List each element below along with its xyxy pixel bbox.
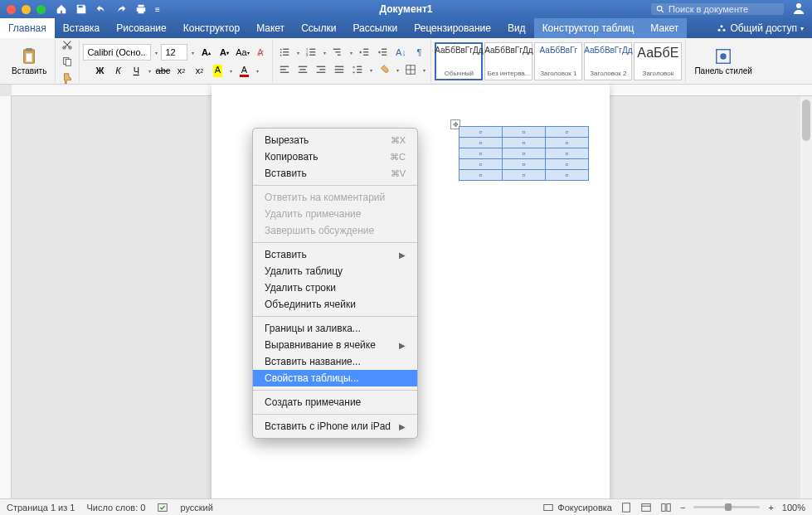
redo-icon[interactable] [115, 3, 127, 15]
style-item-3[interactable]: АаБбВвГгДдЗаголовок 2 [584, 42, 632, 80]
format-painter-button[interactable] [59, 71, 75, 85]
grow-font-button[interactable]: A▴ [197, 45, 214, 60]
context-item-14[interactable]: Выравнивание в ячейке▶ [253, 337, 417, 353]
table-cell[interactable]: ¤ [546, 170, 589, 181]
subscript-button[interactable]: x2 [173, 63, 189, 78]
print-layout-button[interactable] [620, 502, 632, 513]
vertical-scrollbar[interactable] [800, 96, 812, 498]
style-item-0[interactable]: АаБбВвГгДдОбычный [435, 42, 483, 80]
table-cell[interactable]: ¤ [503, 127, 546, 138]
table-cell[interactable]: ¤ [503, 138, 546, 148]
bold-button[interactable]: Ж [91, 63, 108, 78]
print-icon[interactable] [135, 3, 147, 15]
context-item-20[interactable]: Вставить с iPhone или iPad▶ [253, 418, 417, 435]
multilevel-button[interactable] [329, 45, 346, 60]
table-cell[interactable]: ¤ [546, 127, 589, 138]
align-left-button[interactable] [276, 62, 293, 77]
context-item-8[interactable]: Вставить▶ [253, 246, 417, 263]
table-cell[interactable]: ¤ [459, 170, 503, 181]
borders-button[interactable] [402, 62, 419, 77]
vertical-ruler[interactable] [0, 96, 12, 498]
change-case-button[interactable]: Aa▾ [234, 45, 250, 60]
clear-formatting-button[interactable]: A̷ [252, 45, 269, 60]
justify-button[interactable] [331, 62, 348, 77]
shading-button[interactable] [376, 62, 392, 77]
outline-view-button[interactable] [660, 502, 672, 513]
numbering-button[interactable]: 123 [303, 45, 319, 60]
context-item-10[interactable]: Удалить строки [253, 279, 417, 296]
styles-pane-button[interactable]: Панель стилей [689, 46, 756, 77]
font-dropdown-icon[interactable]: ▾ [153, 45, 159, 60]
table-cell[interactable]: ¤ [503, 148, 546, 159]
context-item-0[interactable]: Вырезать⌘X [253, 132, 417, 148]
align-center-button[interactable] [294, 62, 311, 77]
tab-8[interactable]: Вид [499, 18, 534, 38]
tab-3[interactable]: Конструктор [175, 18, 248, 38]
cut-button[interactable] [59, 38, 75, 51]
language-indicator[interactable]: русский [180, 503, 212, 513]
qat-customize-icon[interactable]: ≡ [155, 5, 160, 14]
zoom-in-button[interactable]: + [768, 503, 773, 513]
zoom-slider[interactable] [693, 506, 760, 508]
word-count[interactable]: Число слов: 0 [86, 503, 145, 513]
underline-button[interactable]: Ч [128, 63, 144, 78]
align-right-button[interactable] [313, 62, 329, 77]
paste-button[interactable]: Вставить [7, 46, 51, 77]
table-cell[interactable]: ¤ [459, 127, 503, 138]
undo-icon[interactable] [95, 3, 107, 15]
context-item-15[interactable]: Вставить название... [253, 353, 417, 370]
line-spacing-button[interactable] [349, 62, 366, 77]
table-cell[interactable]: ¤ [459, 138, 503, 148]
context-item-9[interactable]: Удалить таблицу [253, 263, 417, 279]
maximize-window-button[interactable] [36, 5, 46, 14]
table-cell[interactable]: ¤ [546, 138, 589, 148]
strikethrough-button[interactable]: abc [154, 63, 171, 78]
italic-button[interactable]: К [109, 63, 126, 78]
table-cell[interactable]: ¤ [459, 159, 503, 170]
table-cell[interactable]: ¤ [459, 148, 503, 159]
show-marks-button[interactable]: ¶ [411, 45, 427, 60]
copy-button[interactable] [59, 55, 75, 68]
font-size-select[interactable] [161, 44, 187, 61]
tab-9[interactable]: Конструктор таблиц [534, 18, 643, 38]
table-cell[interactable]: ¤ [546, 148, 589, 159]
table-cell[interactable]: ¤ [503, 159, 546, 170]
context-item-13[interactable]: Границы и заливка... [253, 320, 417, 337]
search-input[interactable]: Поиск в документе [651, 3, 784, 15]
page-indicator[interactable]: Страница 1 из 1 [7, 503, 75, 513]
tab-1[interactable]: Вставка [55, 18, 109, 38]
table-cell[interactable]: ¤ [503, 170, 546, 181]
close-window-button[interactable] [7, 5, 16, 14]
bullets-button[interactable] [276, 45, 293, 60]
share-button[interactable]: Общий доступ ▾ [708, 18, 812, 38]
context-item-11[interactable]: Объединить ячейки [253, 296, 417, 313]
tab-5[interactable]: Ссылки [293, 18, 344, 38]
style-item-4[interactable]: АаБбЕЗаголовок [634, 42, 682, 80]
shrink-font-button[interactable]: A▾ [216, 45, 232, 60]
tab-2[interactable]: Рисование [108, 18, 174, 38]
tab-6[interactable]: Рассылки [344, 18, 406, 38]
increase-indent-button[interactable] [374, 45, 391, 60]
user-icon[interactable] [792, 2, 805, 17]
size-dropdown-icon[interactable]: ▾ [189, 45, 196, 60]
document-table[interactable]: ¤¤¤¤¤¤¤¤¤¤¤¤¤¤¤ [459, 126, 589, 181]
zoom-out-button[interactable]: − [680, 503, 685, 513]
decrease-indent-button[interactable] [356, 45, 372, 60]
superscript-button[interactable]: x2 [191, 63, 207, 78]
highlight-button[interactable]: A [209, 63, 226, 78]
save-icon[interactable] [75, 3, 87, 15]
context-item-16[interactable]: Свойства таблицы... [253, 370, 417, 386]
sort-button[interactable]: A↓ [392, 45, 409, 60]
table-cell[interactable]: ¤ [546, 159, 589, 170]
focus-mode-button[interactable]: Фокусировка [542, 502, 612, 513]
zoom-level[interactable]: 100% [782, 503, 805, 513]
style-item-1[interactable]: АаБбВвГгДдБез интерва... [484, 42, 532, 80]
home-icon[interactable] [56, 3, 67, 15]
tab-7[interactable]: Рецензирование [406, 18, 499, 38]
tab-0[interactable]: Главная [0, 18, 55, 38]
web-layout-button[interactable] [640, 502, 652, 513]
context-item-2[interactable]: Вставить⌘V [253, 165, 417, 182]
tab-4[interactable]: Макет [248, 18, 293, 38]
spellcheck-button[interactable] [157, 502, 168, 513]
context-item-1[interactable]: Копировать⌘C [253, 148, 417, 165]
